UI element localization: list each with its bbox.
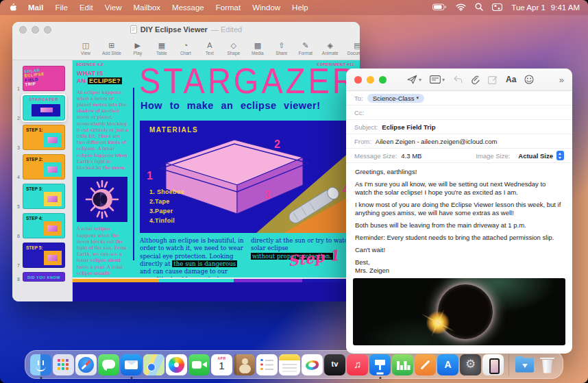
menu-time: 9:41 AM [551,3,580,12]
dock-separator [509,354,509,376]
subject-field[interactable]: Subject: Eclipse Field Trip [346,120,572,134]
pages-dock-icon[interactable] [415,354,436,375]
menu-item-edit[interactable]: Edit [79,3,93,12]
header-fields-icon[interactable]: ▾ [430,75,445,84]
reminders-dock-icon[interactable] [256,354,278,375]
menu-item-window[interactable]: Window [252,3,280,12]
materials-item: 4.Tinfoil [149,217,184,226]
slide-left-column: WHAT IS AN ECLIPSE? An eclipse happens w… [77,70,129,301]
mail-dock-icon[interactable] [121,354,142,375]
toolbar-chart-button[interactable]: ◔Chart [178,41,193,55]
photos-dock-icon[interactable] [166,354,187,375]
send-icon[interactable]: ▾ [407,75,421,84]
to-field[interactable]: To: Science-Class ▾ [346,91,572,106]
iphone-mirroring-dock-icon[interactable] [482,354,504,375]
highlighted-phrase: the sun is dangerous [172,260,237,267]
toolbar-share-button[interactable]: ⇧Share [274,41,289,55]
slide-divider-line [133,88,134,260]
close-button[interactable] [354,76,362,84]
settings-dock-icon[interactable]: ⚙ [460,354,481,375]
slide-thumbnail-4[interactable]: STEP 2: [23,154,65,180]
keynote-dock-icon[interactable] [369,354,391,375]
emoji-icon[interactable] [524,75,534,84]
appstore-text: A [437,359,458,370]
image-size-dropdown[interactable]: Actual Size [518,151,564,160]
mail-traffic-lights[interactable] [354,76,387,84]
toolbar-play-button[interactable]: ▶Play [130,41,145,55]
music-glyph: ♫ [347,358,368,370]
message-body[interactable]: Greetings, earthlings!As I'm sure you al… [346,163,572,275]
control-center-icon[interactable] [492,3,502,12]
minimize-button[interactable] [367,76,374,84]
toolbar-format-button[interactable]: ✎Format [298,41,313,55]
menu-item-view[interactable]: View [105,3,122,12]
trash-dock-icon[interactable] [537,354,558,375]
send-menu-chevron-icon[interactable]: ▾ [419,77,421,83]
zoom-button[interactable] [379,76,387,84]
recipient-token[interactable]: Science-Class ▾ [367,94,424,103]
menu-item-help[interactable]: Help [292,3,308,12]
music-dock-icon[interactable]: ♫ [347,354,368,375]
numbers-dock-icon[interactable] [392,354,413,375]
slide-thumbnail-8[interactable]: DID YOU KNOW [23,272,65,282]
toolbar-animate-button[interactable]: ◈Animate [322,41,339,55]
toolbar-add-slide-button[interactable]: ⊞Add Slide [102,41,121,55]
slide-thumbnail-7[interactable]: STEP 5: [23,243,65,268]
launchpad-dock-icon[interactable] [53,354,74,375]
toolbar-label: Chart [180,51,191,55]
messages-dock-icon[interactable] [98,354,119,375]
toolbar-document-button[interactable]: ▤Document [347,41,360,55]
maps-dock-icon[interactable] [143,354,164,375]
slide-thumbnail-1[interactable]: SOLARECLIPSEFIELDTRIP [23,66,65,91]
toolbar-shape-button[interactable]: ◇Shape [226,41,241,55]
finder-dock-icon[interactable] [30,354,51,375]
menu-item-mailbox[interactable]: Mailbox [133,3,160,12]
battery-icon[interactable] [432,3,447,12]
slide-thumbnail-6[interactable]: STEP 4: [23,213,65,238]
spotlight-search-icon[interactable] [475,3,483,12]
thumbnail-step-panel [44,221,62,236]
eclipse-photo-attachment[interactable] [353,278,565,345]
notes-dock-icon[interactable] [279,354,300,375]
format-icon[interactable]: Aa [506,75,516,84]
attach-icon[interactable] [471,75,480,84]
apple-menu-icon[interactable] [8,3,17,12]
size-row: Message Size: 4.3 MB Image Size: Actual … [346,149,572,163]
slide-navigator[interactable]: 1SOLARECLIPSEFIELDTRIP2STARGAZER3STEP 1:… [12,60,73,301]
menu-clock[interactable]: Tue Apr 1 9:41 AM [511,3,580,12]
wifi-icon[interactable] [456,3,466,12]
menu-item-format[interactable]: Format [216,3,241,12]
menu-item-message[interactable]: Message [172,3,204,12]
calendar-dock-icon[interactable]: APR1 [211,354,232,375]
slide-thumbnail-2[interactable]: STARGAZER [23,95,65,121]
appstore-dock-icon[interactable]: A [437,354,458,375]
dropdown-stepper-icon[interactable] [556,151,564,160]
slide-canvas[interactable]: SCIENCE 4.2 EXPERIMENT #11 WHAT IS AN EC… [73,60,360,301]
thumbnail-shoebox [40,108,53,112]
menu-item-mail[interactable]: Mail [28,3,43,12]
toolbar-media-button[interactable]: ▩Media [250,41,265,55]
toolbar-label: Animate [322,51,339,55]
downloads-dock-icon[interactable] [514,354,535,375]
toolbar-overflow-icon[interactable]: » [559,75,564,85]
menu-item-file[interactable]: File [55,3,68,12]
safari-dock-icon[interactable] [75,354,97,375]
facetime-dock-icon[interactable] [188,354,210,375]
toolbar-table-button[interactable]: ▦Table [154,41,169,55]
keynote-titlebar[interactable]: DIY Eclipse Viewer — Edited [12,22,360,37]
contacts-dock-icon[interactable] [234,354,255,375]
slide-thumbnail-3[interactable]: STEP 1: [23,125,65,150]
freeform-dock-icon[interactable] [302,354,323,375]
recipient-chevron-icon[interactable]: ▾ [416,95,419,101]
thumbnail-materials-box [32,104,60,116]
mail-toolbar[interactable]: ▾ ▾ Aa » [346,69,572,91]
toolbar-view-button[interactable]: ◫View [78,41,93,55]
slide-thumbnail-5[interactable]: STEP 3: [23,184,65,209]
body-paragraph: Both buses will be leaving from the main… [355,221,563,230]
header-fields-chevron-icon[interactable]: ▾ [442,77,445,83]
toolbar-text-button[interactable]: AText [202,41,217,55]
cc-field[interactable]: Cc: [346,106,572,120]
menu-bar: MailFileEditViewMailboxMessageFormatWind… [0,0,588,15]
from-field[interactable]: From: Aileen Zeigen - aileen.zeigen@iclo… [346,134,572,149]
appletv-dock-icon[interactable]: tv [324,354,345,375]
